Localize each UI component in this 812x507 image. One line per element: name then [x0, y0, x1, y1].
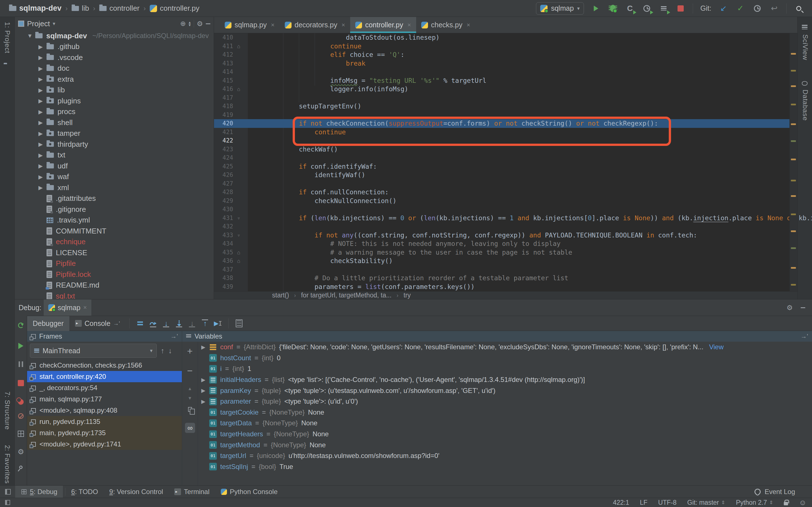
fold-marker-icon[interactable]: ⌂	[237, 248, 240, 257]
tab-decorators.py[interactable]: decorators.py×	[280, 17, 350, 33]
warning-stripe-mark[interactable]	[791, 195, 796, 197]
variable-row[interactable]: ▶parameter={tuple}<type 'tuple'>: (u'id'…	[198, 396, 812, 407]
git-branch-widget[interactable]: Git: master⇕	[688, 499, 725, 506]
frame-row[interactable]: main, pydevd.py:1735	[27, 427, 182, 439]
coverage-button[interactable]: C	[625, 4, 635, 13]
toolwindow-toggle-icon[interactable]	[5, 489, 11, 495]
close-icon[interactable]: ×	[342, 21, 345, 29]
tree-item-doc[interactable]: ▶doc	[15, 63, 214, 74]
code-editor[interactable]: 410dataToStdout(os.linesep)411⌂continue4…	[214, 33, 790, 291]
tool-button-TODO[interactable]: 6: TODO	[65, 486, 103, 498]
python-interpreter-widget[interactable]: Python 2.7⇕	[736, 499, 773, 506]
stop-button[interactable]	[676, 4, 686, 13]
chevron-collapsed-icon[interactable]: ▶	[201, 377, 206, 383]
variable-row[interactable]: i={int}1	[198, 363, 812, 374]
run-button[interactable]	[591, 4, 601, 13]
warning-stripe-mark[interactable]	[791, 86, 796, 87]
fold-arrow-icon[interactable]: ▿	[237, 214, 240, 223]
tree-item-procs[interactable]: ▶procs	[15, 107, 214, 117]
caret-position[interactable]: 422:1	[613, 499, 629, 506]
close-icon[interactable]: ×	[467, 21, 470, 29]
frame-row[interactable]: run, pydevd.py:1135	[27, 416, 182, 427]
chevron-collapsed-icon[interactable]: ▶	[38, 76, 43, 82]
add-watch-button[interactable]: +	[182, 346, 198, 356]
tree-item-lib[interactable]: ▶lib	[15, 85, 214, 96]
code-line-414[interactable]: 414	[214, 68, 790, 76]
pin-tab-button[interactable]	[15, 466, 27, 469]
project-panel-title[interactable]: Project	[27, 19, 50, 28]
line-separator[interactable]: LF	[640, 499, 648, 506]
warning-stripe-mark[interactable]	[791, 180, 796, 181]
fold-marker-icon[interactable]: ⌂	[237, 257, 240, 265]
tool-button-favorites[interactable]: 2: Favorites	[3, 445, 11, 484]
tab-checks.py[interactable]: checks.py×	[416, 17, 475, 33]
chevron-collapsed-icon[interactable]: ▶	[201, 398, 206, 405]
chevron-collapsed-icon[interactable]: ▶	[38, 98, 43, 104]
breadcrumb-item-controller[interactable]: controller	[99, 4, 140, 13]
code-line-430[interactable]: 430	[214, 205, 790, 214]
pause-button[interactable]	[15, 361, 27, 367]
tree-item-.gitattributes[interactable]: .gitattributes	[15, 193, 214, 204]
frame-row[interactable]: main, sqlmap.py:177	[27, 393, 182, 405]
warning-stripe-mark[interactable]	[791, 140, 796, 142]
chevron-collapsed-icon[interactable]: ▶	[38, 43, 43, 50]
git-history-button[interactable]	[753, 4, 762, 13]
tree-item-Pipfile.lock[interactable]: Pipfile.lock	[15, 269, 214, 280]
debug-session-tab[interactable]: sqlmap ×	[44, 299, 91, 316]
hide-debug-panel-button[interactable]	[801, 307, 805, 308]
warning-stripe-mark[interactable]	[791, 230, 796, 232]
code-line-434[interactable]: 434# NOTE: this is not needed anymore, l…	[214, 239, 790, 248]
chevron-collapsed-icon[interactable]: ▶	[201, 344, 206, 350]
code-line-417[interactable]: 417	[214, 94, 790, 102]
chevron-collapsed-icon[interactable]: ▶	[38, 163, 43, 169]
mute-breakpoints-button[interactable]	[15, 413, 27, 419]
code-line-411[interactable]: 411⌂continue	[214, 42, 790, 51]
tree-item-waf[interactable]: ▶waf	[15, 172, 214, 182]
tree-root-sqlmap-dev[interactable]: ▼sqlmap-dev~/Person/Application/SQLI/sql…	[15, 31, 214, 41]
editor-breadcrumb-item[interactable]: try	[403, 291, 411, 299]
code-line-429[interactable]: 429checkNullConnection()	[214, 196, 790, 205]
evaluate-expression-button[interactable]	[233, 318, 246, 329]
move-watch-up-button[interactable]: ▲	[182, 386, 198, 391]
collapse-all-button[interactable]: ▴▾	[189, 21, 191, 26]
code-line-432[interactable]: 432	[214, 222, 790, 231]
variable-row[interactable]: hostCount={int}0	[198, 353, 812, 363]
git-rollback-button[interactable]: ↩	[769, 4, 779, 13]
tool-button-Terminal[interactable]: Terminal	[168, 486, 215, 498]
code-line-436[interactable]: 436⌂checkStability()	[214, 257, 790, 265]
code-line-423[interactable]: 423checkWaf()	[214, 145, 790, 154]
tool-button-Version Control[interactable]: 9: Version Control	[104, 486, 169, 498]
restore-layout-button[interactable]	[15, 431, 27, 437]
frame-row[interactable]: <module>, sqlmap.py:408	[27, 405, 182, 416]
force-step-into-button[interactable]: ↓	[186, 318, 199, 329]
code-line-426[interactable]: 426identifyWaf()	[214, 171, 790, 179]
run-configuration-select[interactable]: sqlmap ▾	[536, 2, 584, 15]
warning-stripe-mark[interactable]	[791, 214, 796, 215]
warning-stripe-mark[interactable]	[791, 267, 796, 269]
resume-button[interactable]	[15, 343, 27, 349]
code-line-428[interactable]: 428if conf.nullConnection:	[214, 188, 790, 196]
tree-item-xml[interactable]: ▶xml	[15, 182, 214, 193]
tab-controller.py[interactable]: controller.py×	[350, 17, 416, 33]
fold-marker-icon[interactable]: ⌂	[237, 42, 240, 51]
event-log-button[interactable]: Event Log	[755, 488, 812, 496]
tree-item-COMMITMENT[interactable]: COMMITMENT	[15, 226, 214, 237]
tree-item-.gitignore[interactable]: .gitignore	[15, 204, 214, 215]
chevron-collapsed-icon[interactable]: ▶	[38, 141, 43, 148]
next-frame-button[interactable]: ↓	[168, 346, 172, 355]
move-watch-down-button[interactable]: ▼	[182, 396, 198, 401]
warning-stripe-mark[interactable]	[791, 53, 796, 55]
frame-row[interactable]: _, decorators.py:54	[27, 382, 182, 393]
tree-item-tamper[interactable]: ▶tamper	[15, 128, 214, 139]
warning-stripe-mark[interactable]	[791, 104, 796, 105]
run-with-options-button[interactable]	[659, 4, 668, 13]
tree-item-shell[interactable]: ▶shell	[15, 117, 214, 128]
stop-debug-button[interactable]	[15, 380, 27, 386]
tree-item-udf[interactable]: ▶udf	[15, 161, 214, 172]
code-line-424[interactable]: 424	[214, 154, 790, 162]
tree-item-README.md[interactable]: README.md	[15, 280, 214, 291]
tree-item-.vscode[interactable]: ▶.vscode	[15, 52, 214, 63]
breadcrumb-item-sqlmap-dev[interactable]: sqlmap-dev	[9, 4, 61, 13]
gear-icon[interactable]: ⚙	[786, 304, 793, 311]
warning-stripe-mark[interactable]	[791, 123, 796, 125]
